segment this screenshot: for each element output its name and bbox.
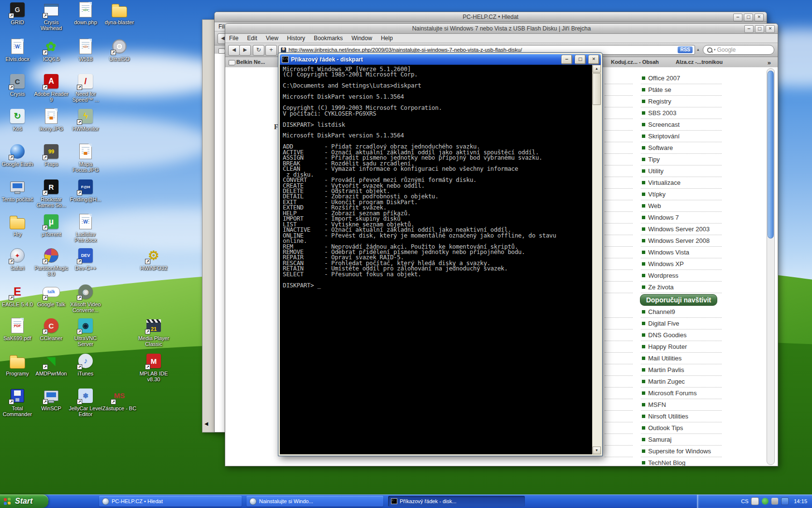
desktop-icon-elvis-docx[interactable]: WElvis.docx [0,38,35,62]
scrollbar-thumb[interactable] [593,73,601,105]
sidebar-recommended-link[interactable]: DNS Goodies [605,329,722,341]
taskbar-task-3[interactable]: C:Příkazový řádek - disk... [388,496,525,507]
back-button[interactable]: ◀ [228,45,240,56]
bookmark-item[interactable]: Belkin Ne... [236,59,265,65]
desktop-icon-need-for-speed[interactable]: /Need for Speed™ ... [68,73,103,103]
reload-button[interactable]: ↻ [253,45,264,56]
desktop-icon-mapa-focus-jpg[interactable]: ▄Mapa Focus.JPG [68,143,103,173]
desktop-icon-programy[interactable]: Programy [0,352,35,376]
maximize-button[interactable]: □ [755,25,764,33]
maximize-button[interactable]: □ [575,55,585,64]
search-input[interactable]: ▾ Google [703,45,774,55]
sidebar-category-link[interactable]: Skriptování [605,131,722,142]
window-titlebar[interactable]: PC-HELP.CZ • Hledat − □ ✕ [215,12,767,22]
desktop-icon-mplab-ide-v8-30[interactable]: MMPLAB IDE v8.30 [136,352,171,382]
desktop-icon-itunes[interactable]: ♪iTunes [68,352,103,376]
scroll-up-arrow-icon[interactable]: ▲ [593,65,601,73]
status-icon[interactable] [751,497,759,505]
sidebar-category-link[interactable]: Virtualizace [605,177,722,189]
sidebar-recommended-link[interactable]: Channel9 [605,306,722,318]
desktop-icon-jellycar-level-editor[interactable]: ✽JellyCar Level Editor [68,387,103,417]
sidebar-recommended-link[interactable]: Digital Five [605,318,722,329]
sidebar-category-link[interactable]: SBS 2003 [605,107,722,119]
new-tab-button[interactable]: + [265,45,277,56]
sidebar-recommended-link[interactable]: Martin Zugec [605,376,722,388]
desktop-icon-torrent[interactable]: µµTorrent [34,213,69,237]
taskbar-task-2[interactable]: Nainstalujte si Windo... [246,496,383,507]
menu-edit[interactable]: Edit [247,35,257,42]
desktop-icon-ikony-jpg[interactable]: ▄ikony.JPG [34,107,69,132]
desktop-icon-safari[interactable]: Safari [0,247,35,271]
taskbar-task-1[interactable]: PC-HELP.CZ • Hledat [99,496,242,507]
sidebar-category-link[interactable]: Vtípky [605,189,722,200]
search-engine-caret-icon[interactable]: ▾ [714,48,716,52]
menu-file[interactable]: File [229,35,238,42]
desktop-icon-crysis-warhead[interactable]: Crysis Warhead [34,1,69,31]
desktop-icon-crysis[interactable]: CCrysis [0,73,35,97]
sidebar-category-link[interactable]: Windows 7 [605,212,722,224]
desktop-icon-ultravnc-server[interactable]: ◉UltraVNC Server [68,317,103,347]
bookmark-item[interactable]: Alza.cz -...tronikou [676,59,723,65]
desktop-icon-down-php[interactable]: </>down.php [68,1,103,25]
desktop-icon-icq6-5[interactable]: ✿ICQ6.5 [34,38,69,62]
desktop-icon-google-talk[interactable]: talkGoogle Talk [34,283,69,307]
menu-bookmarks[interactable]: Bookmarks [314,35,343,42]
desktop-icon-fraps[interactable]: 99Fraps [34,143,69,167]
sidebar-category-link[interactable]: Screencast [605,119,722,131]
bookmark-item[interactable]: Koduj.cz... - Obsah [611,59,659,65]
desktop-icon-hry[interactable]: Hry [0,213,35,237]
sidebar-recommended-link[interactable]: Nirsoft Utilities [605,411,722,422]
sidebar-recommended-link[interactable]: Mail Utilities [605,353,722,364]
sidebar-category-link[interactable]: Tipy [605,154,722,165]
sidebar-category-link[interactable]: Office 2007 [605,73,722,84]
desktop-icon-partitionmagic-8-0[interactable]: PartitionMagic 8.0 [34,247,69,277]
desktop-icon-ultraiso[interactable]: UltraISO [102,38,137,62]
desktop-icon-amdpwrmon[interactable]: ◥AMDPwrMon [34,352,69,376]
antivirus-icon[interactable] [762,498,768,505]
desktop-icon-total-commander[interactable]: Total Commander [0,387,35,417]
rss-badge[interactable]: RSS [678,46,693,53]
bookmarks-overflow-chevron[interactable]: » [768,59,771,66]
menu-view[interactable]: View [266,35,278,42]
sidebar-recommended-link[interactable]: TechNet Blog [605,457,722,466]
desktop-icon-ladislav-petr-docx[interactable]: WLadislav Petr.docx [68,213,103,243]
maximize-button[interactable]: □ [744,14,753,21]
close-button[interactable]: ✕ [766,25,775,33]
network-icon[interactable] [781,497,789,505]
sidebar-recommended-link[interactable]: MSFN [605,399,722,411]
close-button[interactable]: ✕ [754,14,764,21]
desktop-icon-dev-c[interactable]: DEVDev-C++ [68,247,103,271]
desktop-icon-google-earth[interactable]: Google Earth [0,143,35,167]
desktop-icon-media-player-classic[interactable]: 21Media Player Classic [136,317,171,347]
scroll-down-arrow-icon[interactable]: ▼ [593,447,601,454]
menu-window[interactable]: Window [351,35,372,42]
sidebar-category-link[interactable]: Windows XP [605,258,722,270]
minimize-button[interactable]: − [733,14,742,21]
sidebar-category-link[interactable]: Wordpress [605,270,722,282]
menu-history[interactable]: History [287,35,305,42]
window-titlebar[interactable]: C:\ Příkazový řádek - diskpart − □ ✕ [280,54,601,65]
minimize-button[interactable]: − [744,25,754,33]
sidebar-recommended-link[interactable]: Martin Pavlis [605,364,722,376]
desktop-icon-sak699-pdf[interactable]: PDFSaK699.pdf [0,317,35,341]
desktop-icon-eagle-5-4-0[interactable]: EEAGLE 5.4.0 [0,283,35,307]
start-button[interactable]: Start [0,494,48,508]
dropdown-caret-icon[interactable]: ▴ [697,47,699,52]
minimize-button[interactable]: − [562,55,572,64]
desktop-icon-w518[interactable]: </>W518 [68,38,103,62]
sidebar-recommended-link[interactable]: Microsoft Forums [605,388,722,399]
close-button[interactable]: ✕ [589,55,599,64]
desktop-icon-ccleaner[interactable]: CCCleaner [34,317,69,341]
desktop-icon-winscp[interactable]: WinSCP [34,387,69,411]
desktop-icon-adobe-reader-9[interactable]: AAdobe Reader 9 [34,73,69,103]
desktop-icon-hwinfo32[interactable]: ⚙HWiNFO32 [136,247,171,271]
sidebar-category-link[interactable]: Windows Server 2008 [605,235,722,247]
desktop-icon-rockstar-games-so[interactable]: RRockstar Games So... [34,178,69,208]
sidebar-recommended-link[interactable]: Supersite for Windows [605,446,722,457]
scroll-left-arrow-icon[interactable]: ◀ [204,421,208,426]
desktop-icon-tento-po-ta[interactable]: Tento počítač [0,178,35,202]
scrollbar-thumb[interactable] [768,71,774,239]
sidebar-recommended-link[interactable]: Outlook Tips [605,422,722,434]
menu-help[interactable]: Help [381,35,393,42]
sidebar-category-link[interactable]: Web [605,200,722,212]
